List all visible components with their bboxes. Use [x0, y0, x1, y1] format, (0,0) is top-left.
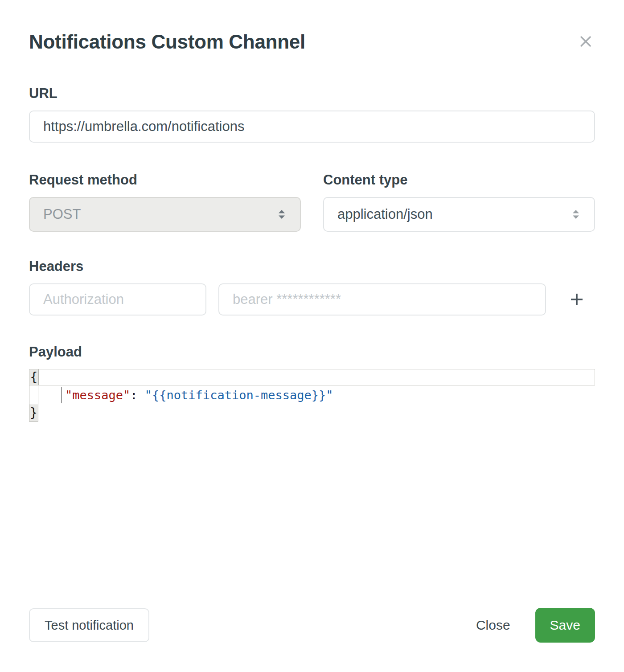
json-value: "{{notification-message}}": [145, 388, 333, 402]
request-method-field: Request method POST: [29, 172, 301, 232]
code-line-2: "message" : "{{notification-message}}": [29, 385, 595, 405]
headers-row: [29, 283, 595, 316]
header-value-input[interactable]: [218, 283, 546, 316]
headers-field: Headers: [29, 258, 595, 316]
headers-label: Headers: [29, 258, 595, 275]
request-method-value: POST: [43, 206, 81, 222]
notifications-custom-channel-dialog: Notifications Custom Channel URL Request…: [0, 0, 624, 672]
gutter-cell: [29, 385, 38, 405]
select-arrows-icon: [277, 207, 287, 221]
dialog-title: Notifications Custom Channel: [29, 31, 305, 53]
close-brace: }: [29, 405, 38, 422]
request-method-select[interactable]: POST: [29, 197, 301, 232]
close-button[interactable]: Close: [476, 618, 510, 633]
close-icon[interactable]: [576, 32, 595, 52]
payload-editor[interactable]: { "message" : "{{notification-message}}"…: [29, 369, 595, 422]
select-arrows-icon: [571, 207, 581, 221]
method-type-row: Request method POST Content type applica…: [29, 172, 595, 232]
url-label: URL: [29, 86, 595, 102]
x-icon: [576, 32, 595, 51]
content-type-select[interactable]: application/json: [323, 197, 595, 232]
json-key: "message": [65, 388, 130, 402]
url-input[interactable]: [29, 111, 595, 143]
add-header-button[interactable]: [570, 292, 584, 307]
content-type-field: Content type application/json: [323, 172, 595, 232]
test-notification-button[interactable]: Test notification: [29, 608, 149, 642]
json-separator: :: [130, 388, 145, 402]
content-type-label: Content type: [323, 172, 595, 188]
dialog-header: Notifications Custom Channel: [29, 31, 595, 53]
save-button[interactable]: Save: [535, 608, 595, 643]
footer-right-group: Close Save: [476, 608, 595, 643]
text-cursor: [61, 387, 62, 403]
code-line-3: }: [29, 405, 595, 422]
code-line-1: {: [29, 369, 595, 385]
header-key-input[interactable]: [29, 283, 206, 316]
content-type-value: application/json: [337, 206, 433, 222]
plus-icon: [570, 292, 584, 307]
url-field: URL: [29, 86, 595, 143]
payload-label: Payload: [29, 344, 595, 360]
request-method-label: Request method: [29, 172, 301, 188]
dialog-footer: Test notification Close Save: [29, 608, 595, 643]
open-brace: {: [29, 369, 39, 385]
payload-field: Payload { "message" : "{{notification-me…: [29, 344, 595, 422]
code-line-content: "message" : "{{notification-message}}": [38, 387, 333, 403]
